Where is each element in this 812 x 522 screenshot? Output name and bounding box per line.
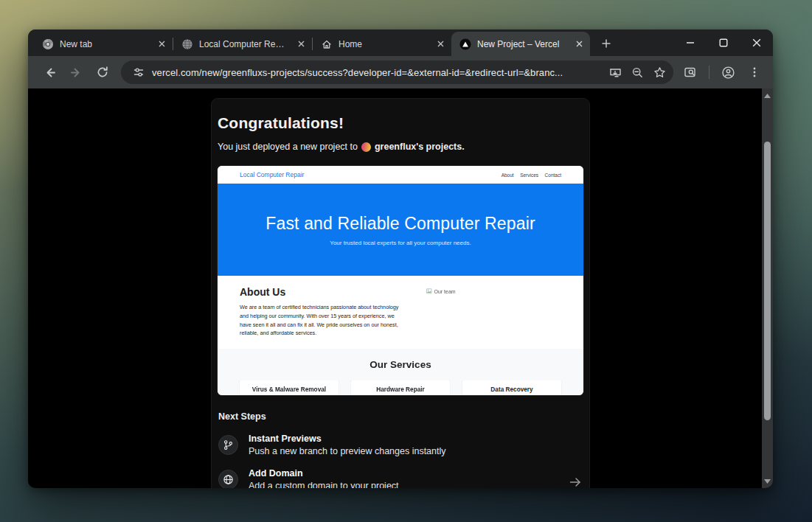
service-title: Data Recovery [467, 386, 558, 393]
close-tab-icon[interactable] [294, 38, 308, 51]
tab-title: Local Computer Repair [199, 39, 288, 49]
tab-strip: New tab Local Computer Repair [28, 29, 773, 56]
tab-home[interactable]: Home [313, 32, 451, 56]
step-description: Push a new branch to preview changes ins… [249, 446, 446, 456]
hero-subtitle: Your trusted local experts for all your … [330, 240, 471, 246]
broken-team-image: Our team [426, 286, 456, 349]
menu-kebab-icon[interactable] [742, 60, 767, 85]
deployment-preview[interactable]: Local Computer Repair About Services Con… [218, 166, 583, 395]
step-add-domain[interactable]: Add Domain Add a custom domain to your p… [218, 468, 583, 488]
forward-icon[interactable] [63, 60, 89, 85]
browser-toolbar: vercel.com/new/greenfluxs-projects/succe… [28, 56, 773, 88]
back-icon[interactable] [37, 60, 62, 85]
profile-icon[interactable] [715, 60, 740, 85]
about-heading: About Us [240, 286, 402, 298]
about-paragraph: We are a team of certified technicians p… [240, 303, 402, 338]
team-name: greenflux's projects. [375, 142, 465, 152]
service-card-hardware-repair: Hardware Repair We can repair or replace… [350, 380, 451, 396]
bookmark-star-icon[interactable] [648, 62, 670, 83]
tab-local-computer-repair[interactable]: Local Computer Repair [173, 32, 312, 56]
service-title: Virus & Malware Removal [244, 386, 335, 393]
page-title: Congratulations! [218, 114, 583, 132]
service-card-data-recovery: Data Recovery We can help you recover yo… [462, 380, 562, 396]
new-tab-button[interactable] [596, 33, 617, 54]
nav-link-about[interactable]: About [502, 172, 514, 178]
home-icon [321, 38, 333, 50]
step-title: Instant Previews [249, 434, 446, 444]
desktop-background: New tab Local Computer Repair [0, 0, 812, 522]
site-info-icon[interactable] [130, 62, 148, 83]
scrollbar-thumb[interactable] [764, 142, 771, 420]
close-tab-icon[interactable] [155, 38, 168, 51]
zoom-out-icon[interactable] [626, 62, 648, 83]
window-controls [673, 29, 773, 56]
step-title: Add Domain [249, 468, 399, 478]
close-button[interactable] [740, 29, 773, 56]
step-description: Add a custom domain to your project [249, 481, 399, 488]
tab-title: New Project – Vercel [477, 39, 566, 49]
deploy-subtitle: You just deployed a new project to green… [218, 142, 583, 152]
scroll-down-icon[interactable] [762, 476, 773, 487]
step-instant-previews[interactable]: Instant Previews Push a new branch to pr… [218, 434, 583, 456]
minimize-button[interactable] [673, 29, 707, 56]
install-icon[interactable] [604, 62, 626, 83]
broken-image-icon [426, 288, 432, 294]
globe-icon [218, 470, 238, 488]
address-bar[interactable]: vercel.com/new/greenfluxs-projects/succe… [121, 60, 673, 84]
preview-site-title-link[interactable]: Local Computer Repair [240, 171, 304, 178]
page-content: Congratulations! You just deployed a new… [28, 88, 773, 488]
preview-services-section: Our Services Virus & Malware Removal We … [218, 349, 583, 395]
browser-window: New tab Local Computer Repair [28, 29, 773, 488]
hero-title: Fast and Reliable Computer Repair [266, 214, 535, 234]
close-tab-icon[interactable] [572, 38, 586, 51]
tab-title: Home [339, 39, 428, 49]
maximize-button[interactable] [707, 29, 740, 56]
chrome-icon [42, 38, 54, 50]
scrollbar[interactable] [762, 88, 773, 488]
search-tabs-icon[interactable] [678, 60, 703, 85]
tab-new-tab[interactable]: New tab [34, 32, 173, 56]
nav-link-services[interactable]: Services [520, 172, 538, 178]
vercel-icon [459, 38, 471, 50]
service-title: Hardware Repair [355, 386, 446, 393]
vercel-success-panel: Congratulations! You just deployed a new… [211, 98, 590, 488]
preview-site-nav: About Services Contact [502, 172, 561, 178]
subtitle-text: You just deployed a new project to [218, 142, 358, 152]
services-heading: Our Services [218, 359, 583, 371]
tab-title: New tab [60, 39, 149, 49]
close-tab-icon[interactable] [434, 38, 447, 51]
globe-favicon-icon [181, 38, 193, 50]
team-avatar [361, 142, 371, 152]
arrow-right-icon[interactable] [569, 476, 582, 488]
scroll-up-icon[interactable] [762, 90, 773, 101]
reload-icon[interactable] [90, 60, 115, 85]
preview-site-header: Local Computer Repair About Services Con… [218, 166, 583, 184]
image-alt-text: Our team [434, 288, 456, 294]
preview-hero: Fast and Reliable Computer Repair Your t… [218, 184, 583, 276]
next-steps-heading: Next Steps [218, 411, 583, 422]
preview-about-section: About Us We are a team of certified tech… [218, 276, 583, 349]
tab-new-project-vercel[interactable]: New Project – Vercel [451, 32, 590, 56]
git-branch-icon [218, 435, 238, 455]
toolbar-divider [709, 66, 709, 79]
nav-link-contact[interactable]: Contact [545, 172, 561, 178]
url-text[interactable]: vercel.com/new/greenfluxs-projects/succe… [152, 67, 604, 78]
service-card-virus-malware: Virus & Malware Removal We will clean yo… [239, 380, 339, 396]
